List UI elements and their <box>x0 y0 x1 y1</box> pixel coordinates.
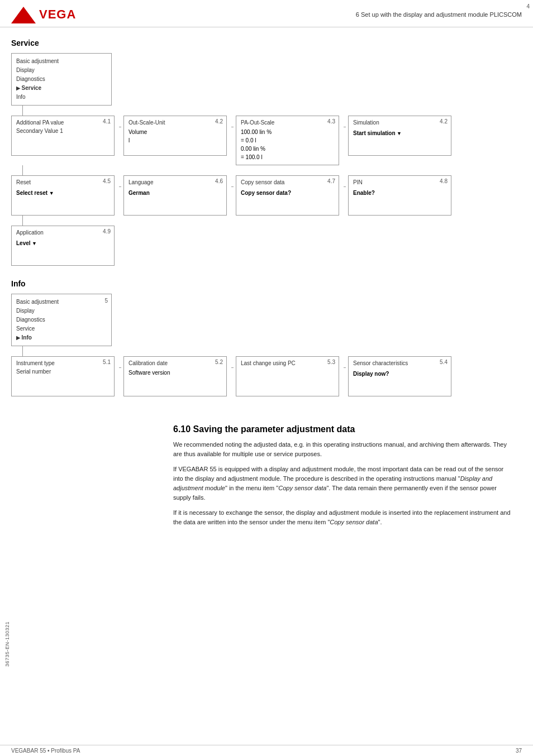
param-box-copy-sensor: 4.7 Copy sensor data Copy sensor data? <box>236 175 339 216</box>
box-title-4-3: PA-Out-Scale <box>241 119 334 126</box>
section-610-para-2: If VEGABAR 55 is equipped with a display… <box>173 465 511 503</box>
h-connector-2a <box>119 186 121 187</box>
page-header: VEGA 6 Set up with the display and adjus… <box>0 0 533 27</box>
info-menu-box: Basic adjustment Display Diagnostics Ser… <box>11 294 112 346</box>
box-num-app: 4.9 <box>103 228 111 235</box>
h-connector-1c <box>344 127 346 127</box>
box-title-app: Application <box>16 229 110 236</box>
box-title-copy: Copy sensor data <box>241 179 334 185</box>
box-subtitle-4-1: Secondary Value 1 <box>16 128 110 134</box>
menu-item-diagnostics: Diagnostics <box>16 75 107 84</box>
box-subtitle-5-1: Serial number <box>16 369 110 375</box>
menu-item-display: Display <box>16 66 107 75</box>
param-box-4-2: 4.2 Out-Scale-Unit Volume l <box>123 116 227 156</box>
page-footer: VEGABAR 55 • Profibus PA 37 <box>0 745 533 756</box>
info-h-connector-c <box>344 367 346 368</box>
box-lines-4-2: Volume l <box>129 128 222 145</box>
info-heading: Info <box>11 279 522 288</box>
section-610-para-1: We recommended noting the adjusted data,… <box>173 440 511 459</box>
info-v-connector <box>22 346 23 356</box>
box-title-pin: PIN <box>353 179 446 185</box>
h-connector-1b <box>231 127 234 127</box>
v-connector-1 <box>22 106 23 116</box>
section-610-para-3: If it is necessary to exchange the senso… <box>173 508 511 527</box>
box-num-5-3: 5.3 <box>327 359 335 365</box>
box-title-5-3: Last change using PC <box>241 360 334 366</box>
footer-left: VEGABAR 55 • Profibus PA <box>11 748 80 754</box>
box-lines-5-2: Software version <box>129 369 222 377</box>
info-menu-box-number: 5 <box>104 296 108 305</box>
info-menu-item-display: Display <box>16 307 107 315</box>
menu-item-basic: Basic adjustment <box>16 57 107 66</box>
box-num-copy: 4.7 <box>327 178 335 184</box>
menu-item-service: Service <box>16 84 107 93</box>
param-box-reset: 4.5 Reset Select reset <box>11 175 115 216</box>
box-title-4-2: Out-Scale-Unit <box>129 119 222 126</box>
box-num-4-1: 4.1 <box>103 118 111 125</box>
info-menu-item-service: Service <box>16 324 107 333</box>
box-value-lang: German <box>129 190 222 196</box>
page-header-title: 6 Set up with the display and adjustment… <box>356 11 522 18</box>
section-610-heading: 6.10 Saving the parameter adjustment dat… <box>173 424 511 434</box>
box-value-sim: Start simulation <box>353 130 446 136</box>
param-box-pin: 4.8 PIN Enable? <box>348 175 451 216</box>
service-param-row-2: 4.5 Reset Select reset 4.6 Language Germ… <box>11 175 454 216</box>
v-connector-2 <box>22 165 23 175</box>
vega-logo-icon <box>11 6 36 23</box>
box-value-reset: Select reset <box>16 190 110 196</box>
h-connector-1a <box>119 127 121 127</box>
info-menu-item-info: Info <box>16 333 107 342</box>
box-num-sim: 4.2 <box>440 118 448 125</box>
box-num-pin: 4.8 <box>440 178 448 184</box>
service-section: Service Basic adjustment Display Diagnos… <box>11 39 522 266</box>
service-param-row-1: 4.1 Additional PA value Secondary Value … <box>11 116 454 165</box>
service-heading: Service <box>11 39 522 47</box>
box-title-5-4: Sensor characteristics <box>353 360 446 366</box>
menu-item-info: Info <box>16 93 107 102</box>
param-box-application: 4.9 Application Level <box>11 226 115 266</box>
h-connector-2b <box>231 186 234 187</box>
section-610: 6.10 Saving the parameter adjustment dat… <box>11 413 522 538</box>
param-box-4-3: 4.3 PA-Out-Scale 100.00 lin % = 0.0 l 0.… <box>236 116 339 165</box>
param-box-4-1: 4.1 Additional PA value Secondary Value … <box>11 116 115 156</box>
menu-box-number: 4 <box>526 2 530 11</box>
box-title-reset: Reset <box>16 179 110 185</box>
param-box-5-2: 5.2 Calibration date Software version <box>123 356 227 396</box>
svg-marker-0 <box>11 7 36 23</box>
box-title-sim: Simulation <box>353 119 446 126</box>
service-menu-box: Basic adjustment Display Diagnostics Ser… <box>11 53 112 106</box>
box-num-5-2: 5.2 <box>215 359 223 365</box>
info-section: Info Basic adjustment Display Diagnostic… <box>11 279 522 396</box>
service-param-row-3: 4.9 Application Level <box>11 226 117 266</box>
box-title-4-1: Additional PA value <box>16 119 110 126</box>
param-box-language: 4.6 Language German <box>123 175 227 216</box>
info-param-row: 5.1 Instrument type Serial number 5.2 Ca… <box>11 356 454 396</box>
box-title-5-2: Calibration date <box>129 360 222 366</box>
footer-right: 37 <box>516 748 522 754</box>
param-box-5-1: 5.1 Instrument type Serial number <box>11 356 115 396</box>
param-box-simulation: 4.2 Simulation Start simulation <box>348 116 451 156</box>
info-h-connector-a <box>119 367 121 368</box>
param-box-5-4: 5.4 Sensor characteristics Display now? <box>348 356 451 396</box>
info-menu-item-diagnostics: Diagnostics <box>16 315 107 324</box>
box-num-5-1: 5.1 <box>103 359 111 365</box>
side-label: 36735-EN-130321 <box>4 621 10 667</box>
box-num-lang: 4.6 <box>215 178 223 184</box>
box-value-copy: Copy sensor data? <box>241 190 334 196</box>
logo-text: VEGA <box>39 7 76 22</box>
box-value-app: Level <box>16 240 110 246</box>
box-value-pin: Enable? <box>353 190 446 196</box>
param-box-5-3: 5.3 Last change using PC <box>236 356 339 396</box>
box-title-5-1: Instrument type <box>16 360 110 366</box>
box-title-lang: Language <box>129 179 222 185</box>
box-num-4-2: 4.2 <box>215 118 223 125</box>
box-num-reset: 4.5 <box>103 178 111 184</box>
v-connector-3 <box>22 216 23 226</box>
box-lines-4-3: 100.00 lin % = 0.0 l 0.00 lin % = 100.0 … <box>241 128 334 161</box>
info-h-connector-b <box>231 367 234 368</box>
info-menu-item-basic: Basic adjustment <box>16 298 107 307</box>
box-num-5-4: 5.4 <box>440 359 448 365</box>
box-num-4-3: 4.3 <box>327 118 335 125</box>
box-value-5-4: Display now? <box>353 371 446 377</box>
h-connector-2c <box>344 186 346 187</box>
